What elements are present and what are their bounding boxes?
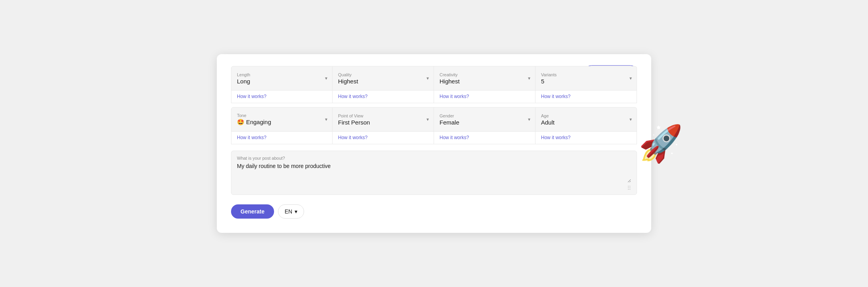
filter-col-creativity: Creativity Highest ▾ How it works? <box>434 66 535 103</box>
filter-col-gender: Gender Female ▾ How it works? <box>434 107 535 144</box>
creativity-value: Highest <box>440 78 522 85</box>
tone-arrow-icon: ▾ <box>325 117 327 122</box>
length-label: Length <box>237 72 319 77</box>
age-dropdown[interactable]: Age Adult ▾ <box>535 107 637 132</box>
age-arrow-icon: ▾ <box>629 117 632 122</box>
gender-dropdown[interactable]: Gender Female ▾ <box>434 107 535 132</box>
gender-value: Female <box>440 119 522 126</box>
age-how-it-works-link[interactable]: How it works? <box>541 135 571 140</box>
filter-col-length: Length Long ▾ How it works? <box>231 66 333 103</box>
resize-handle-icon: ⠿ <box>237 185 631 191</box>
gender-arrow-icon: ▾ <box>528 117 530 122</box>
age-hiw-row: How it works? <box>535 132 637 144</box>
variants-label: Variants <box>541 72 624 77</box>
filter-col-tone: Tone 🤩 Engaging ▾ How it works? <box>231 107 333 144</box>
pov-how-it-works-link[interactable]: How it works? <box>338 135 368 140</box>
creativity-arrow-icon: ▾ <box>528 76 530 81</box>
pov-dropdown[interactable]: Point of View First Person ▾ <box>333 107 434 132</box>
age-value: Adult <box>541 119 624 126</box>
pov-arrow-icon: ▾ <box>426 117 429 122</box>
post-textarea-section: What is your post about? ⠿ <box>231 151 637 195</box>
gender-how-it-works-link[interactable]: How it works? <box>440 135 469 140</box>
variants-value: 5 <box>541 78 624 85</box>
length-value: Long <box>237 78 319 85</box>
generate-button[interactable]: Generate <box>231 204 274 219</box>
quality-dropdown[interactable]: Quality Highest ▾ <box>333 66 434 91</box>
tone-label: Tone <box>237 113 319 118</box>
gender-label: Gender <box>440 113 522 118</box>
pov-label: Point of View <box>338 113 421 118</box>
language-label: EN <box>285 208 292 215</box>
creativity-hiw-row: How it works? <box>434 91 535 103</box>
quality-hiw-row: How it works? <box>333 91 434 103</box>
age-label: Age <box>541 113 624 118</box>
variants-hiw-row: How it works? <box>535 91 637 103</box>
gender-hiw-row: How it works? <box>434 132 535 144</box>
length-dropdown[interactable]: Length Long ▾ <box>231 66 333 91</box>
tone-how-it-works-link[interactable]: How it works? <box>237 135 267 140</box>
action-row: Generate EN ▾ <box>231 204 637 219</box>
main-card: Show less filters Length Long ▾ How it w… <box>217 54 651 233</box>
tone-value: 🤩 Engaging <box>237 119 319 126</box>
quality-how-it-works-link[interactable]: How it works? <box>338 94 368 99</box>
tone-dropdown[interactable]: Tone 🤩 Engaging ▾ <box>231 107 333 132</box>
language-button[interactable]: EN ▾ <box>278 204 304 219</box>
filter-col-quality: Quality Highest ▾ How it works? <box>333 66 434 103</box>
textarea-label: What is your post about? <box>237 156 631 160</box>
post-textarea[interactable] <box>237 163 631 183</box>
quality-value: Highest <box>338 78 421 85</box>
variants-arrow-icon: ▾ <box>629 76 632 81</box>
creativity-how-it-works-link[interactable]: How it works? <box>440 94 469 99</box>
language-chevron-icon: ▾ <box>295 208 297 215</box>
quality-arrow-icon: ▾ <box>426 76 429 81</box>
length-how-it-works-link[interactable]: How it works? <box>237 94 267 99</box>
pov-value: First Person <box>338 119 421 126</box>
pov-hiw-row: How it works? <box>333 132 434 144</box>
creativity-dropdown[interactable]: Creativity Highest ▾ <box>434 66 535 91</box>
filter-col-age: Age Adult ▾ How it works? <box>535 107 637 144</box>
filter-col-variants: Variants 5 ▾ How it works? <box>535 66 637 103</box>
variants-how-it-works-link[interactable]: How it works? <box>541 94 571 99</box>
variants-dropdown[interactable]: Variants 5 ▾ <box>535 66 637 91</box>
tone-hiw-row: How it works? <box>231 132 333 144</box>
length-arrow-icon: ▾ <box>325 76 327 81</box>
quality-label: Quality <box>338 72 421 77</box>
length-hiw-row: How it works? <box>231 91 333 103</box>
filter-col-pov: Point of View First Person ▾ How it work… <box>333 107 434 144</box>
creativity-label: Creativity <box>440 72 522 77</box>
